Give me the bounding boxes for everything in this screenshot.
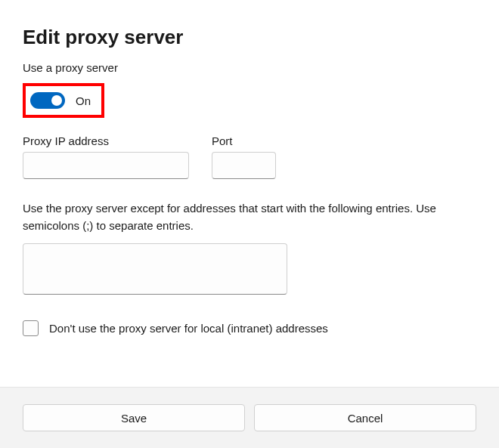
highlight-annotation: On [23, 83, 104, 118]
cancel-button[interactable]: Cancel [254, 404, 476, 431]
port-label: Port [212, 134, 276, 147]
proxy-toggle[interactable] [30, 92, 65, 109]
local-bypass-row: Don't use the proxy server for local (in… [23, 320, 476, 336]
toggle-knob-icon [51, 95, 62, 106]
exception-description: Use the proxy server except for addresse… [23, 200, 476, 234]
ip-label: Proxy IP address [23, 134, 189, 147]
edit-proxy-dialog: Edit proxy server Use a proxy server On … [0, 0, 499, 336]
dialog-footer: Save Cancel [0, 387, 499, 448]
save-button[interactable]: Save [23, 404, 245, 431]
toggle-state-label: On [76, 94, 91, 107]
ip-field-group: Proxy IP address [23, 134, 189, 179]
exceptions-textarea[interactable] [23, 243, 287, 295]
proxy-fields-row: Proxy IP address Port [23, 134, 476, 179]
proxy-port-input[interactable] [212, 152, 276, 179]
dialog-title: Edit proxy server [23, 26, 476, 49]
local-bypass-checkbox[interactable] [23, 320, 39, 336]
local-bypass-label: Don't use the proxy server for local (in… [49, 322, 328, 335]
proxy-ip-input[interactable] [23, 152, 189, 179]
use-proxy-label: Use a proxy server [23, 61, 476, 74]
port-field-group: Port [212, 134, 276, 179]
